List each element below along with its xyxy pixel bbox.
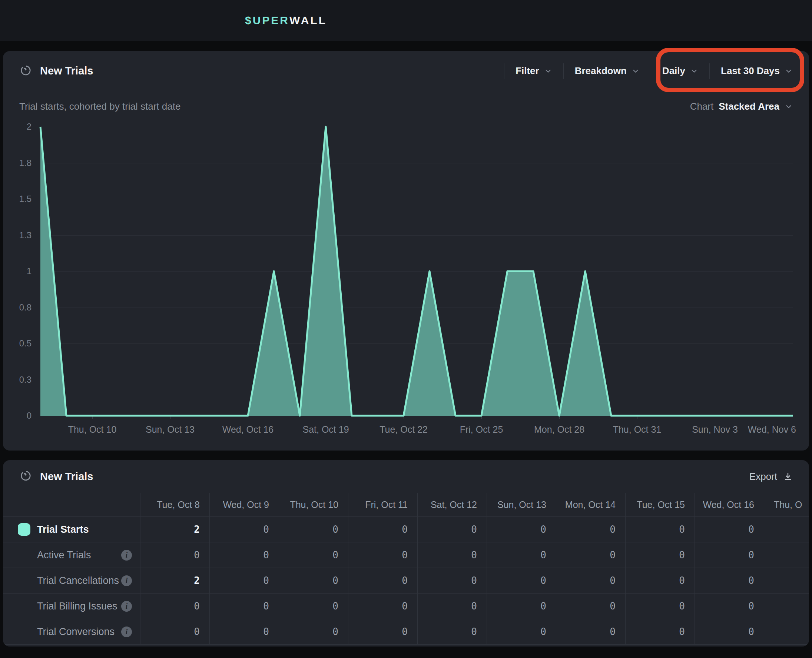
column-header-label: Thu, Oct 10: [290, 500, 339, 510]
cell-value: 0: [540, 524, 546, 535]
cell-value: 0: [471, 575, 477, 586]
row-label-cell: Trial Conversionsi: [3, 619, 140, 644]
cell-value: 0: [610, 626, 616, 637]
info-icon[interactable]: i: [121, 550, 132, 561]
date-range-dropdown[interactable]: Last 30 Days: [721, 65, 793, 77]
info-icon[interactable]: i: [121, 627, 132, 637]
y-axis-label: 0.8: [19, 302, 31, 313]
column-header: Fri, Oct 11: [348, 493, 417, 517]
cell-value: 0: [471, 550, 477, 561]
table-title: New Trials: [40, 470, 93, 483]
table-cell: 0: [694, 568, 764, 593]
row-label: Trial Billing Issues: [37, 600, 118, 612]
table-cell: 0: [694, 619, 764, 644]
stopwatch-icon: [19, 64, 32, 78]
row-label: Trial Starts: [37, 524, 89, 535]
column-header-label: Mon, Oct 14: [565, 500, 616, 510]
table-cell: 2: [140, 517, 209, 542]
cell-value: 0: [332, 600, 339, 612]
table-cell: 0: [487, 568, 556, 593]
chart-type-label: Chart: [690, 101, 714, 112]
cell-value: 0: [748, 524, 754, 535]
stacked-area-chart: [41, 127, 793, 416]
filter-dropdown[interactable]: Filter: [516, 65, 552, 77]
divider: [504, 63, 505, 79]
table-cell: 0: [279, 517, 348, 542]
download-icon: [783, 472, 793, 481]
table-cell: 0: [140, 594, 209, 619]
column-header-label: Wed, Oct 16: [703, 500, 754, 510]
table-row: Trial Starts200000000: [3, 517, 809, 542]
export-button[interactable]: Export: [749, 471, 793, 483]
row-label: Active Trials: [37, 550, 91, 561]
granularity-dropdown[interactable]: Daily: [662, 65, 698, 77]
info-icon[interactable]: i: [121, 601, 132, 612]
table-cell: [764, 594, 809, 619]
column-header: Thu, Oct 10: [279, 493, 348, 517]
row-label: Trial Cancellations: [37, 575, 119, 586]
y-axis-label: 1.3: [19, 230, 31, 240]
table-cell: 0: [556, 568, 625, 593]
column-header-label: Tue, Oct 8: [157, 500, 200, 510]
table-cell: 0: [556, 594, 625, 619]
breakdown-dropdown[interactable]: Breakdown: [575, 65, 640, 77]
cell-value: 0: [402, 600, 408, 612]
column-header: Thu, O: [764, 493, 809, 517]
cell-value: 0: [194, 550, 200, 561]
y-axis-label: 0.5: [19, 338, 31, 349]
table-panel: New Trials Export Tue, Oct 8Wed, Oct 9Th…: [3, 460, 809, 647]
row-label-cell: Active Trialsi: [3, 542, 140, 567]
chevron-down-icon: [785, 103, 793, 111]
trials-table: Tue, Oct 8Wed, Oct 9Thu, Oct 10Fri, Oct …: [3, 493, 809, 645]
cell-value: 2: [194, 575, 200, 586]
table-cell: 0: [140, 542, 209, 567]
chart-panel: New Trials Filter Breakdown Daily Last 3…: [3, 51, 809, 451]
y-axis-label: 0.3: [19, 374, 31, 385]
table-cell: 0: [279, 594, 348, 619]
export-label: Export: [749, 471, 777, 483]
info-icon[interactable]: i: [121, 575, 132, 586]
chevron-down-icon: [690, 67, 698, 75]
table-cell: 0: [209, 517, 279, 542]
table-cell: 0: [487, 594, 556, 619]
cell-value: 0: [402, 575, 408, 586]
area-fill-trial-starts: [41, 127, 793, 416]
cell-value: 0: [748, 575, 754, 586]
table-cell: 0: [487, 619, 556, 644]
cell-value: 0: [610, 575, 616, 586]
table-row: Trial Billing Issuesi000000000: [3, 593, 809, 619]
cell-value: 0: [471, 524, 477, 535]
table-row: Trial Conversionsi000000000: [3, 619, 809, 645]
cell-value: 0: [263, 575, 269, 586]
cell-value: 0: [679, 575, 685, 586]
column-header: Wed, Oct 16: [694, 493, 764, 517]
cell-value: 0: [679, 550, 685, 561]
y-axis: 21.81.51.310.80.50.30: [3, 127, 31, 416]
x-axis-label: Thu, Oct 31: [613, 424, 662, 435]
table-cell: 0: [279, 619, 348, 644]
x-axis-label: Wed, Nov 6: [748, 424, 796, 435]
column-header-label: Tue, Oct 15: [637, 500, 685, 510]
logo-text-secondary: WALL: [290, 14, 327, 27]
cell-value: 0: [679, 626, 685, 637]
table-cell: 0: [348, 619, 417, 644]
table-cell: 0: [348, 542, 417, 567]
superwall-logo[interactable]: $UPERWALL: [245, 0, 327, 41]
table-cell: 0: [417, 517, 487, 542]
chart-type-dropdown[interactable]: Chart Stacked Area: [690, 101, 793, 112]
chevron-down-icon: [785, 67, 793, 75]
cell-value: 0: [332, 550, 339, 561]
cell-value: 0: [194, 626, 200, 637]
table-panel-header: New Trials Export: [3, 460, 809, 493]
x-axis-label: Sun, Oct 13: [146, 424, 194, 435]
column-header-label: Fri, Oct 11: [365, 500, 408, 510]
table-cell: 0: [625, 594, 694, 619]
table-cell: 0: [348, 568, 417, 593]
table-cell: 0: [625, 542, 694, 567]
column-header-label: Wed, Oct 9: [223, 500, 269, 510]
date-range-label: Last 30 Days: [721, 65, 780, 77]
cell-value: 0: [540, 550, 546, 561]
column-header: Sat, Oct 12: [417, 493, 487, 517]
table-cell: 0: [487, 542, 556, 567]
table-cell: 0: [625, 517, 694, 542]
